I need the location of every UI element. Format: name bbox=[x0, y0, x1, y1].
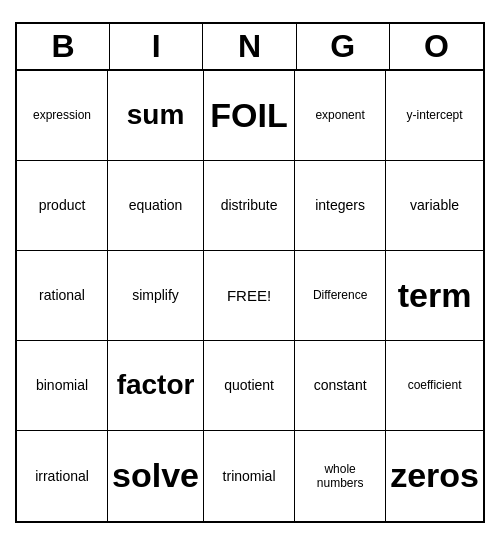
bingo-cell: equation bbox=[108, 161, 204, 251]
cell-text: trinomial bbox=[223, 468, 276, 484]
bingo-cell: FREE! bbox=[204, 251, 295, 341]
bingo-cell: factor bbox=[108, 341, 204, 431]
cell-text: distribute bbox=[221, 197, 278, 213]
bingo-cell: term bbox=[386, 251, 483, 341]
cell-text: whole numbers bbox=[317, 462, 364, 490]
cell-text: variable bbox=[410, 197, 459, 213]
bingo-cell: exponent bbox=[295, 71, 386, 161]
header-letter: B bbox=[17, 24, 110, 69]
bingo-cell: y-intercept bbox=[386, 71, 483, 161]
bingo-cell: Difference bbox=[295, 251, 386, 341]
cell-text: product bbox=[39, 197, 86, 213]
cell-text: FREE! bbox=[227, 287, 271, 304]
bingo-cell: whole numbers bbox=[295, 431, 386, 521]
bingo-cell: zeros bbox=[386, 431, 483, 521]
bingo-cell: product bbox=[17, 161, 108, 251]
cell-text: quotient bbox=[224, 377, 274, 393]
cell-text: y-intercept bbox=[407, 108, 463, 122]
bingo-cell: rational bbox=[17, 251, 108, 341]
cell-text: FOIL bbox=[210, 96, 287, 135]
cell-text: constant bbox=[314, 377, 367, 393]
bingo-header: BINGO bbox=[17, 24, 483, 71]
bingo-grid: expressionsumFOILexponenty-interceptprod… bbox=[17, 71, 483, 521]
bingo-cell: binomial bbox=[17, 341, 108, 431]
bingo-cell: integers bbox=[295, 161, 386, 251]
bingo-cell: sum bbox=[108, 71, 204, 161]
bingo-cell: expression bbox=[17, 71, 108, 161]
cell-text: Difference bbox=[313, 288, 367, 302]
bingo-cell: FOIL bbox=[204, 71, 295, 161]
cell-text: rational bbox=[39, 287, 85, 303]
bingo-cell: distribute bbox=[204, 161, 295, 251]
header-letter: N bbox=[203, 24, 296, 69]
cell-text: integers bbox=[315, 197, 365, 213]
bingo-cell: trinomial bbox=[204, 431, 295, 521]
cell-text: term bbox=[398, 276, 472, 315]
bingo-cell: solve bbox=[108, 431, 204, 521]
cell-text: coefficient bbox=[408, 378, 462, 392]
cell-text: equation bbox=[129, 197, 183, 213]
bingo-cell: quotient bbox=[204, 341, 295, 431]
cell-text: zeros bbox=[390, 456, 479, 495]
cell-text: sum bbox=[127, 99, 185, 131]
header-letter: O bbox=[390, 24, 483, 69]
header-letter: G bbox=[297, 24, 390, 69]
cell-text: exponent bbox=[315, 108, 364, 122]
cell-text: expression bbox=[33, 108, 91, 122]
bingo-card: BINGO expressionsumFOILexponenty-interce… bbox=[15, 22, 485, 523]
cell-text: binomial bbox=[36, 377, 88, 393]
bingo-cell: coefficient bbox=[386, 341, 483, 431]
cell-text: factor bbox=[117, 369, 195, 401]
bingo-cell: variable bbox=[386, 161, 483, 251]
cell-text: simplify bbox=[132, 287, 179, 303]
cell-text: solve bbox=[112, 456, 199, 495]
bingo-cell: simplify bbox=[108, 251, 204, 341]
bingo-cell: constant bbox=[295, 341, 386, 431]
header-letter: I bbox=[110, 24, 203, 69]
bingo-cell: irrational bbox=[17, 431, 108, 521]
cell-text: irrational bbox=[35, 468, 89, 484]
